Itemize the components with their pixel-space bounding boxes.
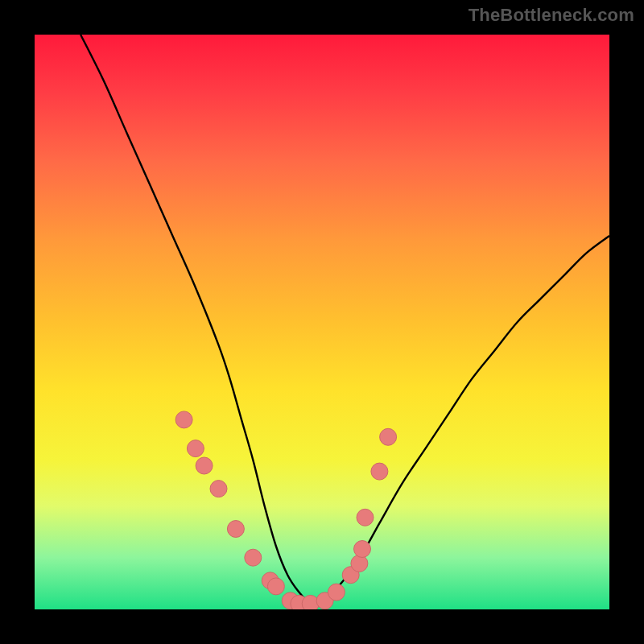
plot-area xyxy=(35,35,609,609)
markers-layer xyxy=(175,411,397,609)
marker-dot xyxy=(267,578,284,595)
marker-dot xyxy=(351,555,368,572)
marker-dot xyxy=(328,584,345,601)
watermark-text: TheBottleneck.com xyxy=(469,5,634,26)
marker-dot xyxy=(245,549,262,566)
curve-layer xyxy=(80,35,609,605)
marker-dot xyxy=(196,457,213,474)
marker-dot xyxy=(227,521,244,538)
chart-svg xyxy=(35,35,609,609)
marker-dot xyxy=(210,481,227,497)
marker-dot xyxy=(187,440,204,457)
marker-dot xyxy=(371,463,388,480)
bottleneck-curve xyxy=(80,35,609,605)
marker-dot xyxy=(380,428,397,445)
chart-frame: TheBottleneck.com xyxy=(0,0,644,644)
marker-dot xyxy=(354,541,371,558)
marker-dot xyxy=(175,411,192,428)
marker-dot xyxy=(357,509,374,526)
